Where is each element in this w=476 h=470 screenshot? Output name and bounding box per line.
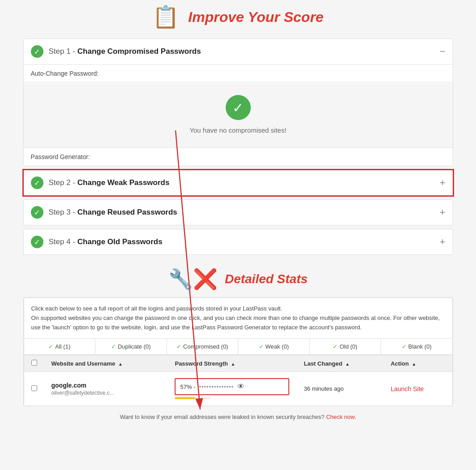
row-site-cell: google.com oliver@safetydetective.c... bbox=[44, 372, 168, 406]
step-3-header[interactable]: ✓ Step 3 - Change Reused Passwords + bbox=[24, 200, 453, 225]
filter-tab-duplicate[interactable]: ✓ Duplicate (0) bbox=[95, 339, 167, 354]
step-4-header[interactable]: ✓ Step 4 - Change Old Passwords + bbox=[24, 229, 453, 254]
step-3-title: Change Reused Passwords bbox=[77, 208, 177, 216]
duplicate-check-icon: ✓ bbox=[111, 343, 116, 350]
tools-icon: 🔧❌ bbox=[168, 267, 218, 291]
clipboard-icon: 📋 bbox=[152, 4, 179, 30]
step-1-toggle[interactable]: − bbox=[440, 46, 446, 57]
col-action[interactable]: Action ▲ bbox=[383, 355, 452, 372]
info-box: Click each below to see a full report of… bbox=[24, 298, 453, 339]
no-compromised-check-icon: ✓ bbox=[226, 95, 251, 120]
old-check-icon: ✓ bbox=[333, 343, 338, 350]
row-checkbox-col[interactable] bbox=[24, 372, 44, 406]
step-4-toggle[interactable]: + bbox=[440, 236, 446, 248]
check-now-link[interactable]: Check now. bbox=[326, 414, 356, 420]
step-1-title: Change Compromised Passwords bbox=[77, 47, 201, 56]
filter-tab-old-label: Old (0) bbox=[339, 343, 357, 350]
main-content: ✓ Step 1 - Change Compromised Passwords … bbox=[23, 39, 453, 427]
row-strength-cell: 57% - •••••••••••••• 👁 bbox=[167, 372, 296, 406]
filter-tab-old[interactable]: ✓ Old (0) bbox=[310, 339, 382, 354]
table-header-row: Website and Username ▲ Password Strength… bbox=[24, 355, 452, 372]
col-last-changed-sort-icon: ▲ bbox=[345, 362, 350, 367]
launch-site-button[interactable]: Launch Site bbox=[390, 385, 424, 392]
footer-note: Want to know if your email addresses wer… bbox=[23, 406, 453, 427]
filter-tab-blank-label: Blank (0) bbox=[408, 343, 432, 350]
detailed-stats-title: Detailed Stats bbox=[225, 272, 308, 286]
row-checkbox[interactable] bbox=[31, 385, 37, 391]
footer-text: Want to know if your email addresses wer… bbox=[120, 414, 325, 420]
stats-section: Click each below to see a full report of… bbox=[23, 297, 453, 406]
step-3-card: ✓ Step 3 - Change Reused Passwords + bbox=[23, 199, 453, 225]
compromised-check-icon: ✓ bbox=[176, 343, 181, 350]
strength-bar bbox=[175, 397, 195, 399]
no-compromised-box: ✓ You have no compromised sites! bbox=[24, 82, 453, 147]
password-table: Website and Username ▲ Password Strength… bbox=[24, 355, 453, 406]
strength-dots: •••••••••••••• bbox=[199, 384, 234, 390]
col-action-sort-icon: ▲ bbox=[412, 362, 416, 367]
step-4-label: Step 4 - Change Old Passwords bbox=[49, 237, 163, 246]
col-strength[interactable]: Password Strength ▲ bbox=[167, 355, 296, 372]
step-2-check-icon: ✓ bbox=[31, 177, 43, 189]
step-3-label: Step 3 - Change Reused Passwords bbox=[49, 208, 177, 217]
site-name: google.com bbox=[51, 382, 161, 389]
info-text: Click each below to see a full report of… bbox=[31, 305, 440, 331]
step-3-check-icon: ✓ bbox=[31, 206, 43, 219]
auto-change-label: Auto-Change Password: bbox=[24, 65, 453, 82]
step-1-card: ✓ Step 1 - Change Compromised Passwords … bbox=[23, 39, 453, 166]
col-website[interactable]: Website and Username ▲ bbox=[44, 355, 168, 372]
filter-tab-duplicate-label: Duplicate (0) bbox=[118, 343, 151, 350]
select-all-checkbox-col[interactable] bbox=[24, 355, 44, 372]
step-2-header[interactable]: ✓ Step 2 - Change Weak Passwords + bbox=[24, 170, 453, 195]
strength-bar-wrap bbox=[175, 397, 210, 399]
col-website-label: Website and Username bbox=[51, 360, 116, 367]
step-4-check-icon: ✓ bbox=[31, 236, 43, 248]
strength-percent: 57% - bbox=[180, 384, 195, 390]
step-2-title: Change Weak Passwords bbox=[77, 178, 170, 187]
eye-icon[interactable]: 👁 bbox=[237, 383, 244, 391]
col-website-sort-icon: ▲ bbox=[118, 362, 123, 367]
filter-tab-compromised[interactable]: ✓ Compromised (0) bbox=[167, 339, 239, 354]
step-2-label: Step 2 - Change Weak Passwords bbox=[49, 178, 170, 187]
filter-tab-all[interactable]: ✓ All (1) bbox=[24, 339, 96, 354]
step-2-card: ✓ Step 2 - Change Weak Passwords + bbox=[23, 170, 453, 196]
row-action-cell[interactable]: Launch Site bbox=[383, 372, 452, 406]
improve-score-title: Improve Your Score bbox=[188, 9, 323, 26]
site-username: oliver@safetydetective.c... bbox=[51, 390, 161, 396]
page-header: 📋 Improve Your Score bbox=[0, 0, 476, 39]
filter-tab-all-label: All (1) bbox=[55, 343, 70, 350]
filter-tab-blank[interactable]: ✓ Blank (0) bbox=[381, 339, 452, 354]
col-action-label: Action bbox=[390, 360, 408, 367]
step-4-title: Change Old Passwords bbox=[77, 237, 163, 246]
blank-check-icon: ✓ bbox=[402, 343, 407, 350]
steps-section: ✓ Step 1 - Change Compromised Passwords … bbox=[23, 39, 453, 255]
filter-tabs: ✓ All (1) ✓ Duplicate (0) ✓ Compromised … bbox=[24, 339, 453, 355]
step-1-header[interactable]: ✓ Step 1 - Change Compromised Passwords … bbox=[24, 39, 453, 64]
detailed-stats-header: 🔧❌ Detailed Stats bbox=[23, 259, 453, 297]
step-2-toggle[interactable]: + bbox=[440, 177, 446, 189]
table-row: google.com oliver@safetydetective.c... 5… bbox=[24, 372, 452, 406]
col-strength-sort-icon: ▲ bbox=[231, 362, 236, 367]
password-strength-box: 57% - •••••••••••••• 👁 bbox=[175, 378, 289, 395]
step-3-toggle[interactable]: + bbox=[440, 207, 446, 218]
password-generator-label: Password Generator: bbox=[24, 147, 453, 166]
last-changed-value: 36 minutes ago bbox=[304, 385, 343, 392]
select-all-checkbox[interactable] bbox=[31, 360, 37, 366]
step-1-content: Auto-Change Password: ✓ You have no comp… bbox=[24, 64, 453, 166]
filter-tab-weak-label: Weak (0) bbox=[266, 343, 289, 350]
no-compromised-message: You have no compromised sites! bbox=[189, 126, 286, 134]
step-1-label: Step 1 - Change Compromised Passwords bbox=[49, 47, 201, 56]
col-last-changed-label: Last Changed bbox=[304, 360, 342, 367]
filter-tab-weak[interactable]: ✓ Weak (0) bbox=[238, 339, 310, 354]
all-check-icon: ✓ bbox=[48, 343, 53, 350]
col-last-changed[interactable]: Last Changed ▲ bbox=[296, 355, 383, 372]
col-strength-label: Password Strength bbox=[175, 360, 227, 367]
filter-tab-compromised-label: Compromised (0) bbox=[183, 343, 228, 350]
step-1-check-icon: ✓ bbox=[31, 45, 43, 58]
step-4-card: ✓ Step 4 - Change Old Passwords + bbox=[23, 229, 453, 255]
row-last-changed-cell: 36 minutes ago bbox=[296, 372, 383, 406]
weak-check-icon: ✓ bbox=[259, 343, 264, 350]
